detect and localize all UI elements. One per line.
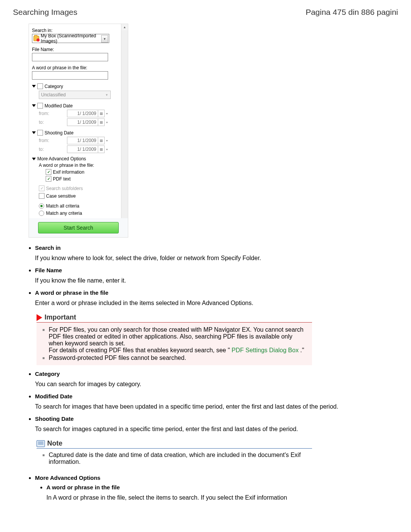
collapse-icon[interactable] (32, 131, 36, 134)
search-in-combo[interactable]: My Box (Scanned/Imported Images) ▼ (32, 34, 109, 43)
pdf-checkbox[interactable]: ✓ (46, 176, 51, 182)
to-label: to: (39, 120, 67, 125)
search-subfolders-checkbox: ✓ (39, 185, 45, 191)
calendar-icon[interactable]: ▦ (98, 110, 105, 117)
page-title: Searching Images (13, 8, 77, 17)
bullet-title: Modified Date (35, 393, 400, 399)
category-value: Unclassified (41, 92, 66, 97)
shooting-date-checkbox[interactable] (37, 130, 43, 136)
modified-date-label: Modified Date (45, 103, 73, 109)
advanced-options-label: More Advanced Options (37, 156, 86, 161)
sub-bullet-text: In A word or phrase in the file, select … (46, 494, 400, 501)
case-sensitive-checkbox[interactable] (39, 193, 45, 199)
search-in-label: Search in: (32, 28, 125, 33)
bullet-title: Search in (35, 244, 400, 251)
exif-label: Exif information (53, 169, 84, 175)
chevron-down-icon[interactable]: ▾ (105, 139, 109, 142)
chevron-down-icon[interactable]: ▼ (101, 35, 108, 43)
modified-to-date[interactable]: 1/ 1/2009 (67, 118, 98, 126)
important-text-2: Password-protected PDF files cannot be s… (49, 355, 186, 361)
calendar-icon[interactable]: ▦ (98, 137, 105, 144)
important-text-1: For PDF files, you can only search for t… (49, 326, 303, 347)
important-callout: Important For PDF files, you can only se… (37, 313, 312, 365)
category-combo[interactable]: Unclassified ▼ (39, 91, 111, 99)
phrase-label: A word or phrase in the file: (32, 65, 125, 70)
calendar-icon[interactable]: ▦ (98, 118, 105, 126)
scrollbar[interactable]: ▲ (121, 24, 128, 218)
bullet-title: A word or phrase in the file (35, 289, 400, 296)
bullet-adv-options: More Advanced Options A word or phrase i… (35, 474, 400, 501)
bullet-title: More Advanced Options (35, 474, 400, 481)
file-name-label: File Name: (32, 47, 125, 52)
chevron-down-icon[interactable]: ▾ (105, 148, 109, 151)
chevron-down-icon: ▼ (104, 91, 110, 98)
match-any-radio[interactable] (39, 211, 44, 216)
important-icon (37, 314, 42, 321)
search-subfolders-label: Search subfolders (46, 186, 83, 191)
shooting-to-date[interactable]: 1/ 1/2009 (67, 145, 98, 153)
note-heading: Note (47, 439, 62, 447)
chevron-down-icon[interactable]: ▾ (105, 112, 109, 115)
file-name-input[interactable] (32, 53, 108, 61)
category-label: Category (45, 84, 63, 89)
bullet-text: Enter a word or phrase included in the i… (35, 300, 400, 307)
modified-date-checkbox[interactable] (37, 103, 43, 109)
bullet-title: Category (35, 371, 400, 377)
note-text: Captured date is the date and time of da… (49, 452, 301, 465)
match-any-label: Match any criteria (46, 211, 82, 216)
bullet-shooting: Shooting Date To search for images captu… (35, 415, 400, 433)
folder-icon (33, 36, 39, 41)
to-label: to: (39, 147, 67, 152)
collapse-icon[interactable] (32, 104, 36, 107)
page-number: Pagina 475 din 886 pagini (306, 8, 398, 17)
match-all-radio[interactable] (39, 203, 44, 209)
modified-from-date[interactable]: 1/ 1/2009 (67, 110, 98, 117)
bullet-modified: Modified Date To search for images that … (35, 393, 400, 410)
bullet-category: Category You can search for images by ca… (35, 371, 400, 388)
pdf-settings-link[interactable]: PDF Settings Dialog Box (232, 347, 299, 353)
sub-bullet-title: A word or phrase in the file (46, 484, 400, 490)
chevron-down-icon[interactable]: ▾ (105, 121, 109, 124)
bullet-search-in: Search in If you know where to look for,… (35, 244, 400, 262)
case-sensitive-label: Case sensitive (46, 193, 76, 199)
bullet-file-name: File Name If you know the file name, ent… (35, 267, 400, 284)
adv-phrase-label: A word or phrase in the file: (39, 163, 125, 168)
bullet-adv-phrase: A word or phrase in the file In A word o… (46, 484, 400, 501)
bullet-text: To search for images that have been upda… (35, 403, 400, 410)
collapse-icon[interactable] (32, 85, 36, 88)
shooting-date-label: Shooting Date (45, 130, 73, 136)
start-search-button[interactable]: Start Search (38, 222, 119, 233)
important-heading: Important (45, 313, 76, 321)
search-dialog: ▲ Search in: My Box (Scanned/Imported Im… (29, 24, 128, 238)
from-label: from: (39, 138, 67, 143)
scroll-up-icon[interactable]: ▲ (121, 24, 128, 30)
exif-checkbox[interactable]: ✓ (46, 169, 51, 175)
collapse-icon[interactable] (32, 158, 36, 160)
shooting-from-date[interactable]: 1/ 1/2009 (67, 137, 98, 144)
from-label: from: (39, 111, 67, 116)
important-text-1b-prefix: For details of creating PDF files that e… (49, 347, 230, 353)
calendar-icon[interactable]: ▦ (98, 145, 105, 153)
bullet-text: If you know where to look for, select th… (35, 255, 400, 262)
pdf-label: PDF text (53, 176, 71, 182)
note-icon (37, 440, 45, 447)
bullet-text: If you know the file name, enter it. (35, 277, 400, 284)
match-all-label: Match all criteria (46, 203, 79, 209)
bullet-phrase: A word or phrase in the file Enter a wor… (35, 289, 400, 307)
important-text-1b-suffix: ." (300, 347, 304, 353)
bullet-title: Shooting Date (35, 415, 400, 422)
phrase-input[interactable] (32, 71, 108, 80)
bullet-text: You can search for images by category. (35, 381, 400, 388)
bullet-text: To search for images captured in a speci… (35, 426, 400, 433)
search-in-value: My Box (Scanned/Imported Images) (41, 33, 109, 44)
bullet-title: File Name (35, 267, 400, 273)
note-callout: Note Captured date is the date and time … (37, 439, 312, 469)
category-checkbox[interactable] (37, 83, 43, 89)
